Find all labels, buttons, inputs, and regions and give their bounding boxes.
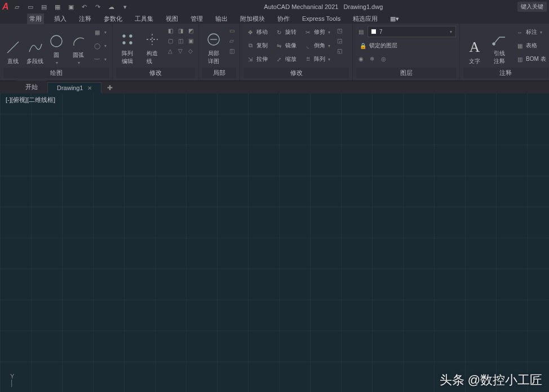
mod-e3-icon[interactable]: ◱ [335,46,344,55]
circle-button[interactable]: 圆▾ [47,26,67,65]
text-button[interactable]: A 文字 [463,26,486,65]
detail-label: 局部 详图 [208,50,219,65]
ucs-icon[interactable]: Y│ [10,373,14,386]
line-icon [4,38,22,56]
detail-d3-icon[interactable]: ◫ [227,46,236,55]
layer-lock-button[interactable]: 🔒 锁定的图层 [356,39,456,52]
qat-undo-icon[interactable]: ↶ [80,2,89,11]
tab-home[interactable]: 常用 [27,14,44,24]
pedit-button[interactable]: 阵列 编辑 [116,26,139,65]
pedit-label: 阵列 编辑 [122,50,133,65]
qat-more-icon[interactable]: ▾ [121,2,130,11]
qat-plot-icon[interactable]: ▣ [67,2,76,11]
hatch-icon: ▦ [92,28,101,37]
mod-c6-icon[interactable]: ◫ [176,36,185,45]
mod-c11-icon[interactable]: ◇ [186,46,195,55]
svg-point-2 [123,35,125,37]
polyline-button[interactable]: 多段线 [25,26,45,65]
tab-parametric[interactable]: 参数化 [101,14,125,24]
ellipse-button[interactable]: ◯▾ [90,39,109,52]
svg-line-0 [7,42,19,53]
spline-button[interactable]: 〰▾ [90,53,109,65]
move-button[interactable]: ✥移动 [243,26,270,38]
detail-button[interactable]: 局部 详图 [202,26,225,65]
hatch-button[interactable]: ▦▾ [90,26,109,38]
circle-label: 圆 [54,51,59,59]
tab-collab[interactable]: 协作 [275,14,292,24]
mod-c9-icon[interactable]: △ [166,46,175,55]
doc-tab-drawing1[interactable]: Drawing1 ✕ [47,82,101,93]
mirror-button[interactable]: ⇋镜像 [272,39,299,52]
trim-button[interactable]: ✂修剪▾ [301,26,333,38]
panel-modify-title[interactable]: 修改 [243,68,349,78]
qat-new-icon[interactable]: ▱ [12,2,21,11]
drawing-canvas[interactable]: [-][俯视][二维线框] Y│ 头条 @数控小工匠 [0,93,549,392]
mod-c2-icon[interactable]: ◨ [176,26,185,35]
text-label: 文字 [469,57,480,65]
rotate-button[interactable]: ↻旋转 [272,26,299,38]
tab-output[interactable]: 输出 [213,14,230,24]
scale-button[interactable]: ⤢缩放 [272,53,299,65]
tab-insert[interactable]: 插入 [52,14,69,24]
qat-save-icon[interactable]: ▤ [39,2,48,11]
qat-share-icon[interactable]: ☁ [107,2,116,11]
layer-props-icon[interactable]: ▤ [356,27,365,36]
mod-e1-icon[interactable]: ◳ [335,26,344,35]
tab-extra-icon[interactable]: ▦▾ [388,14,401,24]
close-icon[interactable]: ✕ [87,85,92,91]
layer-freeze-icon[interactable]: ❄ [368,54,377,63]
trim-icon: ✂ [303,28,312,37]
new-tab-button[interactable]: ✚ [101,82,118,93]
tab-toolset[interactable]: 工具集 [132,14,156,24]
svg-point-10 [493,43,495,45]
mod-c10-icon[interactable]: ▽ [176,46,185,55]
mod-e2-icon[interactable]: ◲ [335,36,344,45]
line-button[interactable]: 直线 [3,26,23,65]
document-tabs: 开始 Drawing1 ✕ ✚ [0,81,549,93]
tab-manage[interactable]: 管理 [188,14,205,24]
panel-detail-title[interactable]: 局部 [202,68,236,78]
ellipse-icon: ◯ [92,41,101,50]
bom-button[interactable]: ▥BOM 表 [513,53,548,65]
qat-saveas-icon[interactable]: ▦ [53,2,62,11]
detail-icon [205,30,223,48]
panel-construct-title[interactable]: 修改 [116,68,195,78]
qat-redo-icon[interactable]: ↷ [94,2,103,11]
stretch-button[interactable]: ⇲拉伸 [243,53,270,65]
copy-button[interactable]: ⧉复制 [243,39,270,52]
panel-draw-title[interactable]: 绘图 [3,68,109,78]
mod-c7-icon[interactable]: ▣ [186,36,195,45]
arc-button[interactable]: 圆弧▾ [69,26,88,65]
tab-addins[interactable]: 附加模块 [238,14,267,24]
detail-d1-icon[interactable]: ▭ [227,26,236,35]
dim-icon: ↔ [515,28,524,37]
leader-label: 引线 注释 [494,50,505,65]
leader-button[interactable]: 引线 注释 [488,26,511,65]
arc-label: 圆弧 [73,51,84,59]
dim-button[interactable]: ↔标注▾ [513,26,548,38]
doc-tab-start[interactable]: 开始 [16,81,47,93]
tab-featured[interactable]: 精选应用 [351,14,380,24]
panel-annotate-title[interactable]: 注释 [463,68,548,78]
layer-off-icon[interactable]: ◉ [356,54,365,63]
mod-c1-icon[interactable]: ◧ [166,26,175,35]
arc-icon [69,32,87,50]
mod-c5-icon[interactable]: ▢ [166,36,175,45]
array-button[interactable]: ⠿阵列▾ [301,53,333,65]
layer-combo[interactable]: 7 ▾ [368,26,456,37]
viewport-label[interactable]: [-][俯视][二维线框] [6,96,55,104]
line-label: 直线 [7,57,19,65]
cline-button[interactable]: 构造 线 [141,26,163,65]
layer-iso-icon[interactable]: ◎ [379,54,388,63]
tab-view[interactable]: 视图 [163,14,180,24]
panel-layers-title[interactable]: 图层 [356,68,456,78]
fillet-button[interactable]: ◟倒角▾ [301,39,333,52]
copy-icon: ⧉ [246,41,255,50]
search-badge[interactable]: 键入关键 [517,2,547,12]
mod-c3-icon[interactable]: ◩ [186,26,195,35]
tab-annotate[interactable]: 注释 [77,14,94,24]
tab-express[interactable]: Express Tools [300,14,343,23]
qat-open-icon[interactable]: ▭ [26,2,35,11]
table-button[interactable]: ▦表格 [513,39,548,52]
detail-d2-icon[interactable]: ▱ [227,36,236,45]
